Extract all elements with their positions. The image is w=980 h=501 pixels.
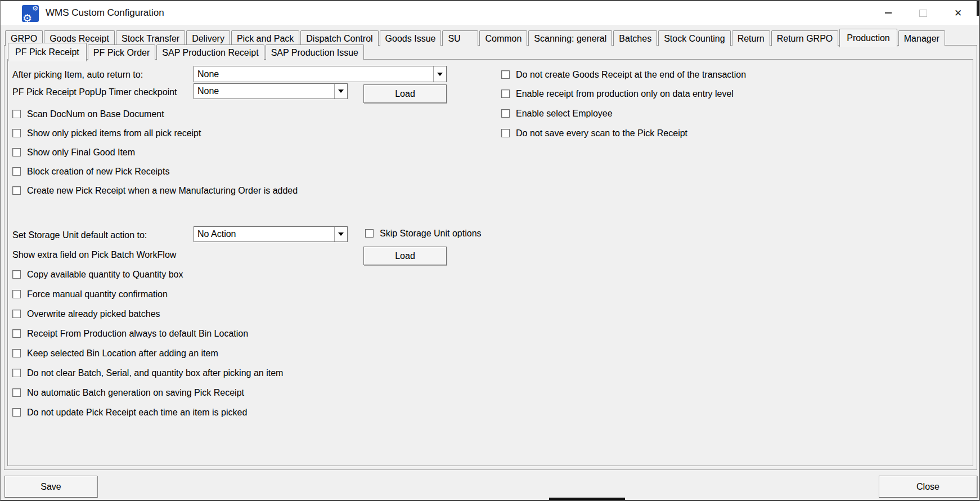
checkbox-enable-select-employee[interactable]: Enable select Employee xyxy=(501,109,613,118)
extra-field-label: Show extra field on Pick Batch WorkFlow xyxy=(12,250,176,260)
main-tab-strip: GRPO Goods Receipt Stock Transfer Delive… xyxy=(5,27,946,46)
checkbox-copy-available-quantity[interactable]: Copy available quantity to Quantity box xyxy=(12,270,183,279)
checkbox-label: Force manual quantity confirmation xyxy=(27,289,168,299)
close-form-button[interactable]: Close xyxy=(879,476,977,498)
storage-unit-value: No Action xyxy=(194,229,334,239)
checkbox-label: Enable receipt from production only on d… xyxy=(516,89,734,99)
window-controls: ✕ xyxy=(871,1,975,25)
gears-app-icon: ⚙ ⚙ xyxy=(22,5,39,22)
subtab-sap-production-issue[interactable]: SAP Production Issue xyxy=(266,44,364,60)
checkbox-box xyxy=(501,70,510,79)
checkbox-box xyxy=(12,186,21,195)
checkbox-box xyxy=(12,290,21,298)
checkbox-box xyxy=(501,90,510,98)
checkbox-box xyxy=(12,148,21,156)
save-button[interactable]: Save xyxy=(5,476,97,498)
checkbox-label: Skip Storage Unit options xyxy=(380,229,482,238)
tab-batches[interactable]: Batches xyxy=(613,30,657,46)
storage-unit-label: Set Storage Unit default action to: xyxy=(12,230,147,240)
taskbar-artifact xyxy=(549,498,625,500)
checkbox-label: Copy available quantity to Quantity box xyxy=(27,270,183,279)
checkbox-label: Show only Final Good Item xyxy=(27,147,135,157)
tab-su[interactable]: SU xyxy=(442,30,478,46)
checkbox-no-goods-receipt-at-end[interactable]: Do not create Goods Receipt at the end o… xyxy=(501,70,746,79)
checkbox-block-new-pick-receipts[interactable]: Block creation of new Pick Receipts xyxy=(12,167,169,176)
tab-scanning-general[interactable]: Scanning: general xyxy=(528,30,612,46)
checkbox-show-only-picked-items[interactable]: Show only picked items from all pick rec… xyxy=(12,128,201,138)
subtab-pf-pick-receipt[interactable]: PF Pick Receipt xyxy=(8,43,87,61)
checkbox-receipt-default-bin[interactable]: Receipt From Production always to defaul… xyxy=(12,329,248,338)
load-storage-button[interactable]: Load xyxy=(363,247,447,265)
checkbox-label: Do not save every scan to the Pick Recei… xyxy=(516,128,687,138)
maximize-icon xyxy=(919,10,927,17)
load-timer-button[interactable]: Load xyxy=(363,84,447,103)
checkbox-label: Enable select Employee xyxy=(516,109,613,118)
checkbox-box xyxy=(12,129,21,137)
checkbox-label: Block creation of new Pick Receipts xyxy=(27,167,169,176)
checkbox-box xyxy=(12,369,21,377)
checkbox-show-only-final-good[interactable]: Show only Final Good Item xyxy=(12,147,135,157)
minimize-icon xyxy=(885,12,892,14)
chevron-down-icon[interactable] xyxy=(334,227,347,241)
subtab-sap-production-receipt[interactable]: SAP Production Receipt xyxy=(156,44,264,60)
checkbox-box xyxy=(365,229,374,238)
checkbox-no-clear-batch-serial[interactable]: Do not clear Batch, Serial, and quantity… xyxy=(12,368,283,378)
tab-stock-counting[interactable]: Stock Counting xyxy=(658,30,731,46)
checkbox-box xyxy=(12,270,21,279)
checkbox-box xyxy=(12,167,21,176)
minimize-button[interactable] xyxy=(871,1,906,25)
checkbox-box xyxy=(12,388,21,397)
checkbox-force-manual-quantity[interactable]: Force manual quantity confirmation xyxy=(12,289,168,299)
checkbox-no-update-each-pick[interactable]: Do not update Pick Receipt each time an … xyxy=(12,408,247,417)
subtab-pf-pick-order[interactable]: PF Pick Order xyxy=(88,44,155,60)
auto-return-label: After picking Item, auto return to: xyxy=(12,70,143,80)
chevron-down-icon[interactable] xyxy=(334,84,347,99)
tab-stock-transfer[interactable]: Stock Transfer xyxy=(116,30,185,46)
auto-return-select[interactable]: None xyxy=(194,66,447,82)
chevron-down-icon[interactable] xyxy=(433,66,446,82)
checkbox-label: Keep selected Bin Location after adding … xyxy=(27,348,218,358)
checkbox-label: Create new Pick Receipt when a new Manuf… xyxy=(27,186,298,195)
tab-dispatch-control[interactable]: Dispatch Control xyxy=(300,30,378,46)
auto-return-value: None xyxy=(194,69,433,79)
checkbox-box xyxy=(12,349,21,357)
checkbox-scan-docnum[interactable]: Scan DocNum on Base Document xyxy=(12,109,164,119)
tab-goods-issue[interactable]: Goods Issue xyxy=(380,30,442,46)
checkbox-label: Do not clear Batch, Serial, and quantity… xyxy=(27,368,283,378)
checkbox-box xyxy=(501,129,510,137)
tab-production[interactable]: Production xyxy=(839,29,897,47)
checkbox-create-new-pick-receipt[interactable]: Create new Pick Receipt when a new Manuf… xyxy=(12,186,298,195)
tab-delivery[interactable]: Delivery xyxy=(186,30,230,46)
close-button[interactable]: ✕ xyxy=(941,1,975,25)
checkbox-box xyxy=(12,310,21,318)
tab-common[interactable]: Common xyxy=(479,30,527,46)
checkbox-label: Show only picked items from all pick rec… xyxy=(27,128,201,138)
titlebar: ⚙ ⚙ WMS Custom Configuration ✕ xyxy=(1,1,979,25)
wms-config-window: ⚙ ⚙ WMS Custom Configuration ✕ GRPO Good… xyxy=(0,0,980,501)
checkbox-keep-selected-bin[interactable]: Keep selected Bin Location after adding … xyxy=(12,348,218,358)
close-icon: ✕ xyxy=(954,8,962,18)
checkbox-label: Scan DocNum on Base Document xyxy=(27,109,164,119)
tab-pick-and-pack[interactable]: Pick and Pack xyxy=(231,30,299,46)
popup-timer-label: PF Pick Receipt PopUp Timer checkpoint xyxy=(12,87,177,97)
checkbox-no-save-every-scan[interactable]: Do not save every scan to the Pick Recei… xyxy=(501,128,687,138)
checkbox-skip-storage-unit[interactable]: Skip Storage Unit options xyxy=(365,229,482,238)
storage-unit-select[interactable]: No Action xyxy=(194,226,348,242)
window-title: WMS Custom Configuration xyxy=(46,7,164,19)
screen-artifact xyxy=(977,1,979,16)
checkbox-label: No automatic Batch generation on saving … xyxy=(27,388,244,397)
checkbox-label: Do not update Pick Receipt each time an … xyxy=(27,408,247,417)
checkbox-overwrite-picked-batches[interactable]: Overwrite already picked batches xyxy=(12,309,160,319)
production-sub-tab-strip: PF Pick Receipt PF Pick Order SAP Produc… xyxy=(8,45,365,60)
checkbox-box xyxy=(12,408,21,417)
maximize-button xyxy=(906,1,941,25)
popup-timer-value: None xyxy=(194,86,334,96)
checkbox-enable-receipt-data-entry[interactable]: Enable receipt from production only on d… xyxy=(501,89,734,99)
checkbox-box xyxy=(12,110,21,118)
pf-pick-receipt-tab-page xyxy=(7,59,973,466)
checkbox-no-auto-batch-generation[interactable]: No automatic Batch generation on saving … xyxy=(12,388,244,397)
tab-manager[interactable]: Manager xyxy=(898,30,945,46)
tab-return[interactable]: Return xyxy=(732,30,770,46)
popup-timer-select[interactable]: None xyxy=(194,83,348,99)
tab-return-grpo[interactable]: Return GRPO xyxy=(771,30,839,46)
